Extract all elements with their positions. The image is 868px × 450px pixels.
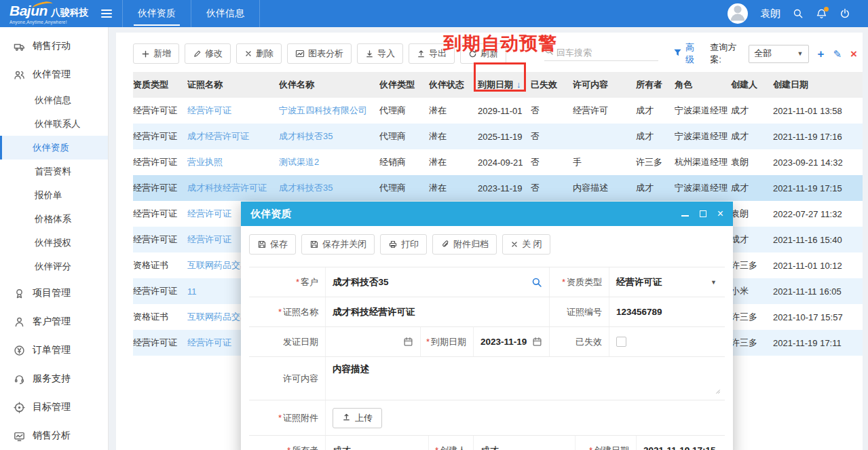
- menu-toggle-icon[interactable]: [95, 0, 118, 27]
- column-header[interactable]: 伙伴名称: [279, 72, 379, 98]
- dialog-title: 伙伴资质: [250, 208, 291, 221]
- sidebar-item-sales-analysis[interactable]: 销售分析: [0, 422, 108, 449]
- calendar-icon[interactable]: [532, 337, 542, 347]
- record-link[interactable]: 营业执照: [187, 149, 279, 175]
- close-icon[interactable]: ×: [717, 209, 723, 219]
- table-cell: 经营许可证: [133, 278, 187, 304]
- qual-type-select[interactable]: 经营许可证▼: [609, 267, 725, 297]
- table-cell: 否: [531, 175, 573, 201]
- record-link[interactable]: 成才科技否35: [279, 124, 379, 149]
- column-header[interactable]: 资质类型: [133, 72, 187, 98]
- issue-date-field[interactable]: [325, 327, 420, 356]
- column-header[interactable]: 许可内容: [573, 72, 636, 98]
- dialog-close-button[interactable]: 关 闭: [502, 234, 550, 255]
- table-cell: 2021-11-19 17:15: [773, 175, 863, 201]
- sidebar-subitem-quotation[interactable]: 报价单: [0, 183, 108, 207]
- query-plan-select[interactable]: 全部 ▼: [749, 45, 808, 63]
- sidebar-item-customer-mgmt[interactable]: 客户管理: [0, 308, 108, 335]
- cert-name-field[interactable]: 成才科技经营许可证: [325, 297, 549, 326]
- sidebar-item-partner-mgmt[interactable]: 伙伴管理: [0, 61, 108, 88]
- sidebar-item-service-support[interactable]: 服务支持: [0, 365, 108, 392]
- add-button[interactable]: 新增: [133, 43, 179, 64]
- maximize-icon[interactable]: [700, 210, 706, 217]
- record-link[interactable]: 成才经营许可证: [187, 124, 279, 149]
- partners-icon: [14, 69, 25, 81]
- record-link[interactable]: 成才科技否35: [279, 175, 379, 201]
- table-row[interactable]: 经营许可证营业执照测试渠道2经销商潜在2024-09-21否手许三多杭州渠道经理…: [133, 149, 863, 175]
- dialog-save-button[interactable]: 保存: [249, 234, 296, 255]
- sidebar-subitem-partner-qualification[interactable]: 伙伴资质: [0, 136, 108, 160]
- minimize-icon[interactable]: [681, 211, 689, 217]
- record-link[interactable]: 经营许可证: [187, 98, 279, 124]
- qualification-form: *客户 成才科技否35 *资质类型 经营许可证▼ *证照名称 成才科技经营许可证…: [249, 267, 725, 450]
- sidebar-subitem-price-system[interactable]: 价格体系: [0, 207, 108, 231]
- column-header[interactable]: 角色: [675, 72, 731, 98]
- required-asterisk: *: [278, 413, 282, 423]
- column-header[interactable]: 已失效: [531, 72, 573, 98]
- table-cell: 2021-11-16 15:40: [773, 227, 863, 252]
- column-header[interactable]: 伙伴状态: [429, 72, 478, 98]
- funnel-icon: [673, 48, 682, 59]
- record-link[interactable]: 测试渠道2: [279, 149, 379, 175]
- query-plan-delete-icon[interactable]: ×: [850, 48, 857, 60]
- table-row[interactable]: 经营许可证成才经营许可证成才科技否35代理商潜在2025-11-19否成才宁波渠…: [133, 124, 863, 149]
- cert-no-field[interactable]: 123456789: [609, 297, 725, 326]
- required-asterisk: *: [435, 445, 438, 450]
- user-avatar[interactable]: [728, 3, 748, 24]
- table-cell: 潜在: [429, 175, 478, 201]
- invalid-checkbox[interactable]: [616, 337, 626, 347]
- advanced-filter[interactable]: 高级: [673, 41, 700, 66]
- column-header[interactable]: 创建日期: [773, 72, 863, 98]
- save-icon: [257, 240, 267, 249]
- table-row[interactable]: 经营许可证成才科技经营许可证成才科技否35代理商潜在2023-11-19否内容描…: [133, 175, 863, 201]
- chart-analysis-button[interactable]: 图表分析: [287, 43, 352, 64]
- dialog-print-button[interactable]: 打印: [380, 234, 427, 255]
- dialog-attach-archive-button[interactable]: 附件归档: [432, 234, 497, 255]
- lookup-search-icon[interactable]: [531, 277, 542, 288]
- dialog-save-close-button[interactable]: 保存并关闭: [301, 234, 375, 255]
- dialog-titlebar[interactable]: 伙伴资质 ×: [241, 202, 733, 226]
- sidebar-item-label: 销售分析: [33, 430, 71, 442]
- pencil-icon: [193, 50, 202, 58]
- column-header[interactable]: 所有者: [636, 72, 675, 98]
- sidebar-subitem-partner-score[interactable]: 伙伴评分: [0, 255, 108, 278]
- upload-button[interactable]: 上传: [333, 408, 382, 428]
- sidebar-item-target-mgmt[interactable]: 目标管理: [0, 394, 108, 421]
- owner-field[interactable]: 成才: [325, 436, 428, 450]
- license-content-textarea[interactable]: 内容描述: [325, 357, 725, 400]
- sidebar-item-sales-action[interactable]: 销售行动: [0, 33, 108, 60]
- export-icon: [417, 50, 426, 58]
- notifications-bell-icon[interactable]: [816, 8, 827, 20]
- sidebar-subitem-partner-info[interactable]: 伙伴信息: [0, 88, 108, 112]
- quick-search: [544, 46, 658, 61]
- search-input[interactable]: [556, 48, 658, 58]
- logout-power-icon[interactable]: [839, 8, 850, 19]
- import-button[interactable]: 导入: [357, 43, 403, 64]
- attachment-label: *证照附件: [249, 400, 325, 435]
- edit-button[interactable]: 修改: [185, 43, 231, 64]
- column-header[interactable]: 伙伴类型: [379, 72, 429, 98]
- required-asterisk: *: [296, 277, 299, 287]
- sidebar-subitem-first-camp-data[interactable]: 首营资料: [0, 160, 108, 183]
- record-link[interactable]: 成才科技经营许可证: [187, 175, 279, 201]
- user-name[interactable]: 袁朗: [760, 7, 780, 20]
- tab-partner-qualification[interactable]: 伙伴资质: [122, 0, 191, 27]
- resize-handle-icon[interactable]: [713, 386, 721, 396]
- customer-field[interactable]: 成才科技否35: [325, 267, 549, 297]
- sidebar-subitem-partner-authorization[interactable]: 伙伴授权: [0, 231, 108, 255]
- query-plan-edit-icon[interactable]: ✎: [833, 49, 842, 59]
- expire-date-field[interactable]: 2023-11-19: [473, 327, 549, 356]
- column-header[interactable]: 证照名称: [187, 72, 279, 98]
- sidebar-item-order-mgmt[interactable]: 订单管理: [0, 337, 108, 364]
- delete-button[interactable]: 删除: [236, 43, 282, 64]
- table-cell: 代理商: [379, 98, 429, 124]
- column-header[interactable]: 创建人: [731, 72, 773, 98]
- query-plan-add-icon[interactable]: +: [818, 48, 825, 60]
- sidebar-subitem-partner-contacts[interactable]: 伙伴联系人: [0, 112, 108, 136]
- record-link[interactable]: 宁波五四科技有限公司: [279, 98, 379, 124]
- sidebar-item-project-mgmt[interactable]: 项目管理: [0, 280, 108, 307]
- calendar-icon[interactable]: [403, 337, 413, 347]
- table-row[interactable]: 经营许可证经营许可证宁波五四科技有限公司代理商潜在2029-11-01否经营许可…: [133, 98, 863, 124]
- search-icon[interactable]: [793, 8, 804, 19]
- tab-partner-info[interactable]: 伙伴信息: [191, 0, 260, 27]
